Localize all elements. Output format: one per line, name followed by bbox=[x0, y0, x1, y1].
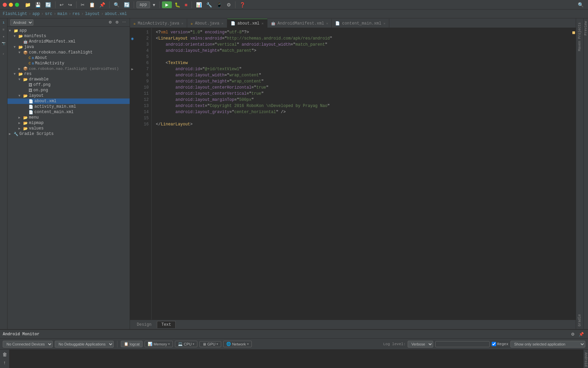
cut-button[interactable]: ✂ bbox=[79, 1, 86, 9]
tree-item-menu[interactable]: ▶ 📂 menu bbox=[7, 115, 130, 120]
bc-file[interactable]: about.xml bbox=[105, 12, 127, 16]
view-selector[interactable]: Android Project bbox=[10, 19, 33, 26]
paste-button[interactable]: 📌 bbox=[98, 1, 107, 9]
monitor-scroll-up-btn[interactable]: ↑ bbox=[3, 359, 6, 366]
tree-item-about-xml[interactable]: 📄 about.xml bbox=[7, 98, 130, 104]
logcat-btn[interactable]: 📋 logcat bbox=[121, 341, 143, 347]
warning-marker bbox=[572, 31, 575, 34]
search-everywhere-button[interactable]: 🔍 bbox=[576, 1, 585, 9]
regex-checkbox-label: Regex bbox=[492, 342, 508, 346]
breadcrumb: FlashLight › app › src › main › res › la… bbox=[0, 10, 588, 18]
log-level-selector[interactable]: Verbose Debug Info Warn Error Assert bbox=[408, 341, 433, 348]
tab-text[interactable]: Text bbox=[157, 321, 176, 328]
close-button[interactable] bbox=[3, 3, 7, 7]
preview-label[interactable]: Preview bbox=[583, 18, 588, 38]
project-icon[interactable]: 📁 bbox=[23, 1, 32, 9]
favorites-icon[interactable]: ★ bbox=[1, 33, 7, 40]
code-editor[interactable]: ◉ ▶ 12345 678910 1112131415 16 <?xml ver… bbox=[130, 28, 576, 320]
tree-item-java[interactable]: ▼ 📂 java bbox=[7, 44, 130, 50]
captures-icon[interactable]: 📷 bbox=[1, 40, 7, 46]
bc-module[interactable]: app bbox=[32, 12, 40, 16]
device-selector[interactable]: No Connected Devices bbox=[3, 341, 53, 348]
android-side-label[interactable]: Android bbox=[583, 350, 588, 368]
monitor-log-area[interactable] bbox=[10, 350, 583, 368]
sync-project-btn[interactable]: ⚙ bbox=[108, 20, 113, 25]
stop-button[interactable]: ■ bbox=[183, 1, 189, 9]
bc-main[interactable]: main bbox=[58, 12, 67, 16]
run-button[interactable]: ▶ bbox=[162, 1, 172, 8]
build-variants-icon[interactable]: ⚡ bbox=[1, 47, 6, 61]
undo-button[interactable]: ↩ bbox=[58, 1, 65, 9]
sdk-button[interactable]: ⚙ bbox=[225, 1, 233, 9]
gpu-btn[interactable]: 🖥 GPU ▾ bbox=[199, 341, 221, 347]
close-about-java-tab[interactable]: ✕ bbox=[222, 21, 224, 26]
target-selector[interactable]: ▾ bbox=[151, 1, 157, 9]
fold-indicator-linearlayout[interactable]: ◉ bbox=[130, 35, 135, 42]
redo-button[interactable]: ↪ bbox=[66, 1, 74, 9]
tab-about-java[interactable]: ☕ About.java ✕ bbox=[187, 19, 227, 28]
tree-item-androidtest[interactable]: ▶ 📦 com.robokon.nao.flashlight (androidT… bbox=[7, 66, 130, 71]
tree-item-mipmap[interactable]: ▶ 📂 mipmap bbox=[7, 120, 130, 126]
close-androidmanifest-tab[interactable]: ✕ bbox=[326, 21, 328, 26]
tree-item-off-png[interactable]: 🖼 off.png bbox=[7, 82, 130, 88]
bc-src[interactable]: src bbox=[45, 12, 52, 16]
tree-item-androidmanifest[interactable]: 🤖 AndroidManifest.xml bbox=[7, 39, 130, 44]
tree-item-mainactivity[interactable]: C a MainActivity bbox=[7, 61, 130, 66]
project-settings-btn[interactable]: ⚙ bbox=[114, 20, 120, 25]
bc-project[interactable]: FlashLight bbox=[3, 12, 27, 16]
network-btn[interactable]: 🌐 Network ▾ bbox=[223, 341, 251, 347]
tree-item-app[interactable]: ▼ 📁 app bbox=[7, 28, 130, 33]
bc-res[interactable]: res bbox=[72, 12, 80, 16]
tab-androidmanifest[interactable]: 🤖 AndroidManifest.xml ✕ bbox=[267, 19, 332, 28]
tree-item-layout[interactable]: ▼ 📂 layout bbox=[7, 93, 130, 98]
show-selected-selector[interactable]: Show only selected application Show all … bbox=[510, 341, 585, 348]
tree-item-about-java[interactable]: C a About bbox=[7, 55, 130, 61]
tree-item-package[interactable]: ▼ 📦 com.robokon.nao.flashlight bbox=[7, 50, 130, 55]
regex-checkbox[interactable] bbox=[492, 342, 496, 346]
monitor-settings-btn[interactable]: ⚙ bbox=[570, 332, 576, 337]
maximize-button[interactable] bbox=[15, 3, 19, 7]
tree-item-drawable[interactable]: ▼ 📂 drawable bbox=[7, 77, 130, 82]
fold-indicator-textview[interactable]: ▶ bbox=[130, 66, 135, 72]
tree-item-content-main-xml[interactable]: 📄 content_main.xml bbox=[7, 109, 130, 115]
project-panel-icon[interactable]: 1 bbox=[1, 20, 7, 26]
tree-item-manifests[interactable]: ▼ 📂 manifests bbox=[7, 33, 130, 39]
code-content[interactable]: <?xml version="1.0" encoding="utf-8"?> <… bbox=[152, 28, 571, 320]
cpu-btn[interactable]: 💻 CPU ▾ bbox=[175, 341, 197, 347]
sync-button[interactable]: 🔄 bbox=[44, 1, 53, 9]
log-search-input[interactable] bbox=[435, 341, 490, 347]
tree-item-values[interactable]: ▶ 📂 values bbox=[7, 126, 130, 131]
memory-btn[interactable]: 📊 Memory ▾ bbox=[145, 341, 173, 347]
gradle-sync-button[interactable]: 🔧 bbox=[205, 1, 214, 9]
save-all-button[interactable]: 💾 bbox=[33, 1, 43, 9]
code-line-6: <TextView bbox=[156, 60, 567, 66]
tab-about-xml[interactable]: 📄 about.xml ✕ bbox=[227, 19, 267, 28]
app-selector[interactable]: No Debuggable Applications bbox=[55, 341, 114, 348]
avd-button[interactable]: 📱 bbox=[215, 1, 224, 9]
monitor-clear-btn[interactable]: 🗑 bbox=[2, 351, 8, 358]
gradle-label[interactable]: Gradle bbox=[576, 311, 583, 329]
tab-content-main[interactable]: 📄 content_main.xml ✕ bbox=[332, 19, 389, 28]
maven-projects-label[interactable]: Maven Projects bbox=[576, 20, 583, 54]
code-line-4: android:layout_height="match_parent"> bbox=[156, 48, 567, 54]
help-button[interactable]: ❓ bbox=[238, 1, 247, 9]
find-button[interactable]: 🔍 bbox=[112, 1, 121, 9]
tab-mainactivity[interactable]: ☕ MainActivity.java ✕ bbox=[130, 19, 187, 28]
monitor-pin-btn[interactable]: 📌 bbox=[577, 332, 585, 337]
close-about-xml-tab[interactable]: ✕ bbox=[262, 21, 264, 26]
copy-button[interactable]: 📋 bbox=[87, 1, 97, 9]
debug-button[interactable]: 🐛 bbox=[173, 1, 182, 9]
tree-item-gradle-scripts[interactable]: ▶ 🔧 Gradle Scripts bbox=[7, 131, 130, 137]
tree-item-res[interactable]: ▼ 📂 res bbox=[7, 71, 130, 77]
profiler-button[interactable]: 📊 bbox=[194, 1, 203, 9]
project-more-btn[interactable]: ⋯ bbox=[121, 20, 127, 25]
minimize-button[interactable] bbox=[9, 3, 13, 7]
replace-button[interactable]: 🔄 bbox=[122, 1, 131, 9]
structure-icon[interactable]: ≡ bbox=[1, 27, 7, 33]
close-mainactivity-tab[interactable]: ✕ bbox=[181, 21, 183, 26]
tree-item-activity-main-xml[interactable]: 📄 activity_main.xml bbox=[7, 104, 130, 109]
bc-layout[interactable]: layout bbox=[85, 12, 100, 16]
tree-item-on-png[interactable]: 🖼 on.png bbox=[7, 88, 130, 93]
close-content-main-tab[interactable]: ✕ bbox=[383, 21, 386, 26]
tab-design[interactable]: Design bbox=[133, 321, 156, 328]
